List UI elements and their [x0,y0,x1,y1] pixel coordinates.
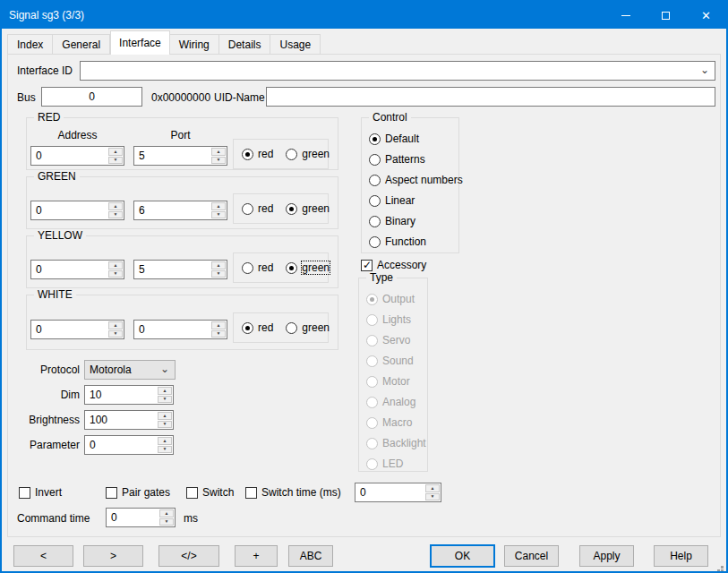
green-option-red[interactable]: red [242,202,273,215]
caption-buttons: ✕ [605,2,726,29]
minimize-button[interactable] [605,2,646,29]
control-option-linear[interactable]: Linear [369,194,463,207]
yellow-address-value: 0 [36,263,42,276]
parameter-label: Parameter [8,439,80,451]
green-port-spinner[interactable]: 6 ▲▼ [133,201,227,220]
white-option-red[interactable]: red [242,321,273,334]
spinner-buttons[interactable]: ▲▼ [158,387,172,403]
radio-icon [369,195,381,207]
apply-button[interactable]: Apply [579,545,634,567]
spinner-buttons[interactable]: ▲▼ [108,321,123,338]
parameter-spinner[interactable]: 0 ▲▼ [84,435,174,455]
spinner-buttons[interactable]: ▲▼ [425,484,440,500]
dim-value: 10 [90,389,101,401]
white-port-value: 0 [139,323,145,336]
pair-gates-checkbox[interactable]: Pair gates [106,486,170,499]
type-option-led: LED [366,458,426,470]
command-time-spinner[interactable]: 0 ▲▼ [106,508,176,527]
spin-down-icon: ▼ [108,211,123,219]
spinner-buttons[interactable]: ▲▼ [158,412,172,428]
spin-up-icon: ▲ [211,261,226,269]
switch-time-checkbox[interactable]: Switch time (ms) [245,486,341,499]
interface-id-combobox[interactable]: ⌄ [80,61,715,81]
green-option-green[interactable]: green [286,202,330,215]
close-icon: ✕ [701,10,711,21]
white-address-spinner[interactable]: 0 ▲▼ [30,320,124,339]
yellow-option-green[interactable]: green [286,261,330,274]
prev-button[interactable]: < [13,545,73,567]
protocol-combobox[interactable]: Motorola ⌄ [84,360,176,380]
code-button[interactable]: </> [158,545,219,567]
tab-usage[interactable]: Usage [270,34,321,55]
control-option-binary[interactable]: Binary [369,215,463,227]
yellow-address-spinner[interactable]: 0 ▲▼ [30,260,124,279]
green-aspect-radio-frame: red green [233,193,329,224]
control-group-label: Control [369,111,411,124]
control-option-aspect-numbers[interactable]: Aspect numbers [369,174,463,186]
tab-strip: Index General Interface Wiring Details U… [7,30,321,55]
switch-time-value: 0 [360,486,366,499]
resize-grip[interactable] [721,566,724,569]
help-button[interactable]: Help [654,545,708,567]
abc-button[interactable]: ABC [288,545,333,567]
next-button[interactable]: > [83,545,143,567]
spin-up-icon: ▲ [158,412,172,420]
add-button[interactable]: + [235,545,278,567]
cancel-button[interactable]: Cancel [504,545,559,567]
white-port-spinner[interactable]: 0 ▲▼ [133,320,227,339]
close-button[interactable]: ✕ [686,2,726,29]
radio-icon [286,149,297,160]
switch-time-spinner[interactable]: 0 ▲▼ [355,483,441,502]
checkbox-checked-icon [361,260,373,271]
spinner-buttons[interactable]: ▲▼ [159,509,174,526]
dim-spinner[interactable]: 10 ▲▼ [84,385,174,405]
tab-wiring[interactable]: Wiring [170,34,219,55]
spinner-buttons[interactable]: ▲▼ [211,202,226,218]
type-option-sound: Sound [366,355,426,367]
yellow-port-spinner[interactable]: 5 ▲▼ [133,260,227,279]
control-option-patterns[interactable]: Patterns [369,153,463,166]
tab-interface[interactable]: Interface [110,30,170,55]
uid-name-field[interactable] [266,87,715,107]
tab-general[interactable]: General [53,34,110,55]
bus-field[interactable]: 0 [41,87,142,107]
bus-value: 0 [89,90,95,103]
accessory-checkbox[interactable]: Accessory [361,259,426,271]
invert-checkbox[interactable]: Invert [19,486,62,499]
command-time-label: Command time [17,512,90,525]
red-port-spinner[interactable]: 5 ▲▼ [133,146,227,166]
spinner-buttons[interactable]: ▲▼ [108,261,123,278]
tab-index[interactable]: Index [7,34,53,55]
radio-icon [366,376,378,388]
spinner-buttons[interactable]: ▲▼ [211,148,226,164]
type-option-macro: Macro [366,416,426,429]
tab-details[interactable]: Details [219,34,271,55]
next-button-label: > [110,550,116,562]
title-bar[interactable]: Signal sg3 (3/3) ✕ [2,2,726,29]
green-address-spinner[interactable]: 0 ▲▼ [30,201,124,220]
red-address-spinner[interactable]: 0 ▲▼ [30,146,124,166]
spin-down-icon: ▼ [108,157,123,165]
yellow-aspect-radio-frame: red green [233,252,329,283]
brightness-value: 100 [90,414,107,426]
yellow-option-red[interactable]: red [242,261,273,274]
control-option-function[interactable]: Function [369,235,463,248]
radio-icon [242,149,253,160]
spin-up-icon: ▲ [159,509,174,517]
switch-checkbox[interactable]: Switch [186,486,234,499]
ok-button[interactable]: OK [430,544,495,568]
help-button-label: Help [670,550,692,562]
white-option-green[interactable]: green [286,321,330,334]
spinner-buttons[interactable]: ▲▼ [211,261,226,278]
maximize-button[interactable] [646,2,686,29]
spinner-buttons[interactable]: ▲▼ [108,148,123,164]
control-option-default[interactable]: Default [369,133,463,145]
spinner-buttons[interactable]: ▲▼ [211,321,226,338]
red-option-red[interactable]: red [242,148,273,160]
spinner-buttons[interactable]: ▲▼ [158,437,172,453]
type-option-lights: Lights [366,313,426,326]
spinner-buttons[interactable]: ▲▼ [108,202,123,218]
red-option-green[interactable]: green [286,148,330,160]
spin-down-icon: ▼ [108,270,123,278]
brightness-spinner[interactable]: 100 ▲▼ [84,410,174,430]
